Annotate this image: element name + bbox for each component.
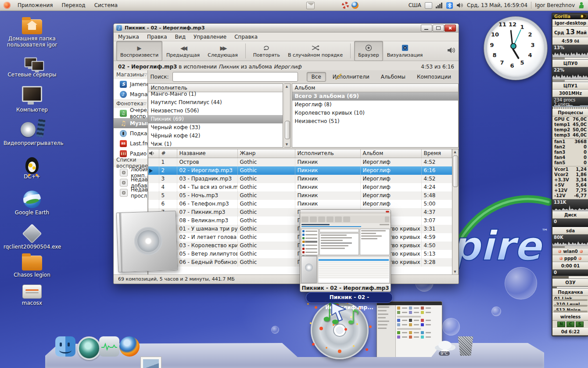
table-row[interactable]: 6 06 - Телефон.mp3 Gothic Пикник Иерогли… (148, 200, 452, 208)
volume-button[interactable] (447, 47, 456, 55)
artist-list-item[interactable]: Пикник (69) (148, 115, 283, 123)
cpu0-chart[interactable]: 13% (552, 45, 588, 57)
ppp0-panel[interactable]: ppp0 (552, 255, 588, 262)
sidebar-item-lastfm[interactable]: asLast.fm (114, 138, 147, 148)
process-chart[interactable]: 234 procs2 users (552, 97, 588, 107)
desktop-icon-google-earth[interactable]: Google Earth (4, 191, 61, 216)
search-input[interactable] (172, 72, 298, 82)
column-header-num[interactable]: # (159, 149, 177, 158)
menu-system[interactable]: Система (90, 0, 122, 11)
window-titlebar[interactable]: ♪ Пикник - 02 - Иероглиф.mp3 (114, 24, 459, 32)
desktop-icon-macosx[interactable]: macosx (4, 285, 61, 307)
table-row[interactable]: 1 Остров Gothic Пикник Иероглиф 4:52 (148, 158, 452, 166)
column-header-artist[interactable]: Исполнитель (295, 149, 361, 158)
ppp0-chart[interactable]: 0 (552, 270, 588, 276)
album-list-item[interactable]: Неизвестно (51) (292, 117, 458, 126)
panel-clock[interactable]: Срд, 13 Май, 16:59:04 (467, 2, 527, 8)
desktop-icon-rqclient[interactable]: rqclient20090504.exe (4, 227, 61, 250)
shuffle-button[interactable]: В случайном порядке (284, 41, 347, 61)
wireless-meter[interactable]: -310 Level (552, 302, 588, 307)
network-chart[interactable]: 131K (552, 199, 588, 211)
repeat-button[interactable]: Повторять (249, 41, 284, 61)
clear-search-broom-icon[interactable] (335, 73, 342, 80)
minimize-button[interactable] (421, 25, 432, 32)
user-menu[interactable]: Igor Berezhnov (535, 2, 575, 8)
scroll-down-icon[interactable]: ▼ (453, 270, 457, 274)
wireless-meter[interactable]: -512 Noise (552, 307, 588, 313)
gkrellm-titlebar[interactable]: Gorilla (552, 14, 588, 19)
dock-finder-icon[interactable] (55, 336, 75, 357)
menu-control[interactable]: Управление (194, 34, 226, 40)
sidebar-item-recently-played[interactable]: Недавно просл... (114, 188, 147, 198)
window-preview[interactable]: Пикник - 02 - Иероглиф.mp3 (300, 209, 391, 292)
tab-all[interactable]: Все (307, 72, 326, 82)
memory-krell[interactable] (552, 276, 588, 279)
scroll-thumb[interactable] (453, 155, 458, 187)
scroll-down-icon[interactable]: ▼ (285, 142, 289, 147)
column-header-album[interactable]: Альбом (361, 149, 422, 158)
dock-weather-icon[interactable]: 9°C (434, 339, 456, 354)
table-row[interactable]: 5 05 - Ночь.mp3 Gothic Пикник Иероглиф 5… (148, 191, 452, 200)
previous-button[interactable]: ◀◀ Предыдущая (162, 41, 204, 61)
artist-list-item[interactable]: Черный кофе (33) (148, 123, 283, 132)
column-header-time[interactable]: Время (422, 149, 452, 158)
desktop-icon-computer[interactable]: Компьютер (4, 86, 61, 113)
table-row[interactable]: 3 03 - Праздник.mp3 Gothic Пикник Иерогл… (148, 175, 452, 183)
next-button[interactable]: ▶▶ Следующая (204, 41, 242, 61)
dock-activity-monitor-icon[interactable] (99, 336, 119, 357)
tab-tracks[interactable]: Композиции (412, 72, 456, 82)
keyboard-icon[interactable] (425, 2, 432, 9)
artist-list-item[interactable]: Наутилус Помпилиус (44) (148, 98, 283, 107)
dock-firefox-icon[interactable] (119, 336, 140, 357)
wireless-meter[interactable]: 01 Link (552, 296, 588, 302)
desktop-icon-chasos-legion[interactable]: Chasos legion (4, 256, 61, 278)
artist-list-item[interactable]: Неизвестно (506) (148, 107, 283, 115)
desktop-icon-dcpp[interactable]: DC++ (4, 157, 61, 180)
menu-music[interactable]: Музыка (118, 34, 139, 40)
dock-time-machine-icon[interactable] (77, 336, 101, 360)
scroll-thumb[interactable] (285, 121, 290, 139)
browser-toggle-button[interactable]: Браузер (354, 41, 383, 61)
dock-mail-icon[interactable] (140, 357, 161, 368)
play-button[interactable]: ▶Воспроизвести (116, 41, 162, 61)
mail-launcher-icon[interactable] (306, 2, 315, 9)
column-header-genre[interactable]: Жанр (238, 149, 295, 158)
table-row[interactable]: 2 02 - Иероглиф.mp3 Gothic Пикник Иерогл… (148, 166, 452, 175)
scroll-up-icon[interactable]: ▲ (453, 150, 457, 154)
volume-icon[interactable] (456, 2, 463, 8)
album-column-header[interactable]: Альбом (292, 84, 458, 92)
collapse-arrow-icon[interactable]: ▽ (144, 72, 147, 77)
album-list-item[interactable]: Всего 3 альбома (69) (292, 92, 458, 101)
visualization-button[interactable]: Визуализация (383, 41, 427, 61)
gkrellm-date[interactable]: Срд 13 Май (552, 27, 588, 37)
desktop-icon-video-player[interactable]: Видеопроигрыватель (4, 121, 61, 147)
menu-view[interactable]: Вид (175, 34, 186, 40)
close-button[interactable] (445, 25, 456, 32)
menu-edit[interactable]: Правка (147, 34, 167, 40)
collapse-arrow-icon[interactable]: ▽ (143, 101, 147, 106)
menu-places[interactable]: Переход (57, 0, 90, 11)
artist-list-item[interactable]: Чёрный кофе (42) (148, 132, 283, 140)
artist-list-item[interactable]: Манго-Манго (1) (148, 90, 283, 98)
help-launcher-icon[interactable] (342, 2, 349, 9)
sidebar-item-podcasts[interactable]: Подкасты (114, 128, 147, 138)
sidebar-item-play-queue[interactable]: ♫Очередь воспр... (114, 108, 147, 118)
table-row[interactable]: 4 04 - Ты вся из огня.mp3 Gothic Пикник … (148, 183, 452, 191)
desktop-icon-home[interactable]: Домашняя папка пользователя igor (4, 19, 61, 48)
section-stores[interactable]: Магазины▽ (114, 70, 147, 79)
disk-chart[interactable]: 0 (552, 219, 588, 227)
signal-bars-icon[interactable] (436, 2, 443, 8)
speaker-column-icon[interactable] (148, 149, 159, 158)
scroll-up-icon[interactable]: ▲ (285, 84, 289, 89)
album-list-item[interactable]: Иероглиф (8) (292, 101, 458, 109)
wlan0-panel[interactable]: wlan0 (552, 248, 588, 255)
gkrellm-time[interactable]: 4:59 04 (552, 37, 588, 45)
sda-chart[interactable]: 80K (552, 235, 588, 246)
track-scrollbar[interactable]: ▲ ▼ (452, 149, 459, 275)
maximize-button[interactable] (433, 25, 444, 32)
tab-albums[interactable]: Альбомы (376, 72, 410, 82)
ppp0-timer[interactable]: 0:00 01 (552, 262, 588, 270)
artist-scrollbar[interactable]: ▲ ▼ (284, 83, 290, 148)
menu-applications[interactable]: Приложения (13, 0, 57, 11)
album-list-item[interactable]: Королевство кривых (10) (292, 109, 458, 117)
